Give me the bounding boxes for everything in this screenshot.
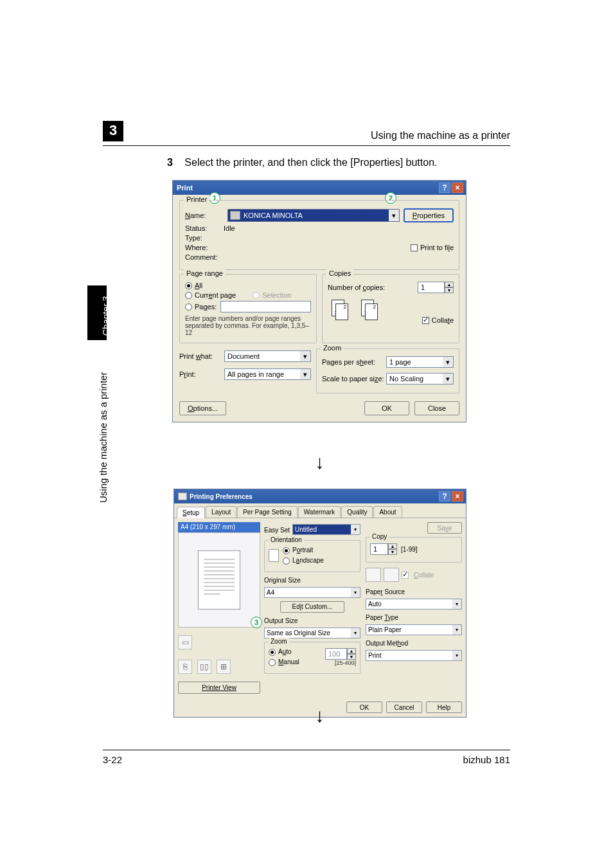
landscape-radio[interactable] xyxy=(283,557,290,565)
chevron-down-icon: ▾ xyxy=(389,210,399,221)
name-label: Name: xyxy=(185,212,224,219)
zoom-manual-label: Manual xyxy=(278,658,299,665)
printer-view-button[interactable]: Printer View xyxy=(178,682,260,694)
zoom-auto-radio[interactable] xyxy=(269,649,276,656)
product-name: bizhub 181 xyxy=(463,754,510,765)
zoom-range: [25-400] xyxy=(325,660,356,666)
properties-button[interactable]: PPropertiesroperties xyxy=(404,208,454,222)
where-label: Where: xyxy=(185,244,224,251)
tabs: Setup Layout Per Page Setting Watermark … xyxy=(174,503,466,518)
copy-spinner[interactable]: 1 ▲▼ xyxy=(370,543,397,555)
print-what-label: Print what: xyxy=(179,352,224,360)
print-range-select[interactable]: All pages in range▾ xyxy=(224,368,311,380)
tab-per-page[interactable]: Per Page Setting xyxy=(237,506,298,518)
easy-set-select[interactable]: Untitled▾ xyxy=(292,524,360,535)
page-preview: 3 xyxy=(178,532,260,628)
tab-setup[interactable]: Setup xyxy=(177,507,205,518)
help-button[interactable]: Help xyxy=(426,701,462,713)
chevron-down-icon: ▾ xyxy=(452,625,461,635)
easy-set-label: Easy Set xyxy=(264,527,290,534)
save-button[interactable]: Save xyxy=(427,522,462,534)
nup-icon[interactable]: ⊞ xyxy=(217,660,231,674)
step-text: Select the printer, and then click the [… xyxy=(184,157,437,168)
chevron-down-icon: ▾ xyxy=(300,351,310,361)
collate-checkbox[interactable] xyxy=(422,317,429,324)
close-button[interactable]: × xyxy=(452,183,463,193)
copy-range: [1-99] xyxy=(401,546,418,553)
step-instruction: 3 Select the printer, and then click the… xyxy=(167,157,510,168)
copy-group: Copy 1 ▲▼ [1-99] xyxy=(366,537,462,563)
status-value: Idle xyxy=(224,224,235,232)
paper-source-select[interactable]: Auto▾ xyxy=(366,599,462,610)
preview-pane: A4 (210 x 297 mm) 3 ▭ ⎘ ▯▯ ⊞ Printer V xyxy=(178,522,260,694)
collate-icon xyxy=(366,568,381,582)
help-button[interactable]: ? xyxy=(439,183,450,193)
tab-about[interactable]: About xyxy=(373,506,402,518)
edit-custom-button[interactable]: Edit Custom... xyxy=(280,601,344,613)
printer-icon xyxy=(178,493,187,500)
scale-select[interactable]: No Scaling▾ xyxy=(386,373,454,384)
range-selection-radio xyxy=(253,292,260,299)
print-to-file-checkbox[interactable] xyxy=(411,244,418,251)
printer-select[interactable]: KONICA MINOLTA ▾ xyxy=(227,209,400,222)
tab-layout[interactable]: Layout xyxy=(206,506,236,518)
portrait-radio[interactable] xyxy=(283,547,290,554)
sheet-icon xyxy=(198,550,240,610)
pages-per-sheet-select[interactable]: 1 page▾ xyxy=(386,356,454,368)
pages-input[interactable] xyxy=(220,301,311,312)
arrow-down-icon: ↓ xyxy=(315,451,324,473)
range-all-radio[interactable] xyxy=(185,282,192,289)
range-pages-radio[interactable] xyxy=(185,303,192,311)
spin-down-icon[interactable]: ▼ xyxy=(445,287,454,293)
pages-per-sheet-label: Pages per sheet: xyxy=(322,358,386,366)
paper-type-select[interactable]: Plain Paper▾ xyxy=(366,624,462,635)
booklet-icon[interactable]: ▯▯ xyxy=(197,660,211,674)
scale-label: Scale to paper size: xyxy=(322,375,386,383)
ok-button[interactable]: OK xyxy=(346,701,382,713)
output-size-select[interactable]: Same as Original Size▾ xyxy=(264,628,360,638)
output-method-select[interactable]: Print▾ xyxy=(366,650,462,661)
comment-label: Comment: xyxy=(185,253,224,261)
zoom-manual-radio[interactable] xyxy=(269,659,276,666)
layout-icon[interactable]: ▭ xyxy=(178,635,192,649)
copies-title: Copies xyxy=(326,269,353,277)
range-current-label: Current page xyxy=(195,291,236,299)
ok-button[interactable]: OK xyxy=(364,401,409,415)
status-label: Status: xyxy=(185,224,224,232)
page-range-title: Page range xyxy=(184,269,226,277)
range-current-radio[interactable] xyxy=(185,292,192,299)
zoom-spinner[interactable]: 100 ▲▼ xyxy=(325,648,356,660)
print-what-select[interactable]: Document▾ xyxy=(224,350,311,362)
close-button[interactable]: × xyxy=(452,491,463,502)
chevron-down-icon: ▾ xyxy=(443,357,453,367)
tab-watermark[interactable]: Watermark xyxy=(298,506,341,518)
page-range-hint: Enter page numbers and/or page ranges se… xyxy=(185,315,311,336)
zoom-group-pref: Zoom Auto Manual 100 ▲▼ [25-400] xyxy=(264,642,360,674)
titlebar: Printing Preferences ? × xyxy=(174,489,466,503)
help-button[interactable]: ? xyxy=(439,491,450,502)
chevron-down-icon: ▾ xyxy=(443,374,453,384)
page-range-group: Page range All Current page Selection Pa… xyxy=(179,274,317,343)
original-size-label: Original Size xyxy=(264,577,360,584)
print-to-file-label: Print to file xyxy=(420,244,454,251)
portrait-icon xyxy=(269,549,279,562)
range-pages-label: Pages: xyxy=(195,303,217,311)
collate-checkbox-pref[interactable] xyxy=(402,572,409,579)
range-all-label: All xyxy=(195,282,202,289)
zoom-title: Zoom xyxy=(321,344,344,352)
print-range-label: Print: xyxy=(179,370,224,378)
paper-type-label: Paper Type xyxy=(366,614,462,621)
page-number: 3-22 xyxy=(103,754,122,765)
options-button[interactable]: Options... xyxy=(179,401,226,415)
print-dialog: Print ? × 1 2 Printer Name: KONICA MINOL… xyxy=(172,180,466,422)
collate-label-pref: Collate xyxy=(414,572,434,579)
copies-spinner[interactable]: 1 ▲▼ xyxy=(418,282,454,293)
chevron-down-icon: ▾ xyxy=(351,588,360,597)
spin-up-icon[interactable]: ▲ xyxy=(445,282,454,287)
tab-quality[interactable]: Quality xyxy=(341,506,373,518)
original-size-select[interactable]: A4▾ xyxy=(264,587,360,598)
dialog-title: Printing Preferences xyxy=(190,493,438,500)
duplex-icon[interactable]: ⎘ xyxy=(178,660,192,674)
cancel-button[interactable]: Cancel xyxy=(386,701,422,713)
close-dialog-button[interactable]: Close xyxy=(414,401,459,415)
